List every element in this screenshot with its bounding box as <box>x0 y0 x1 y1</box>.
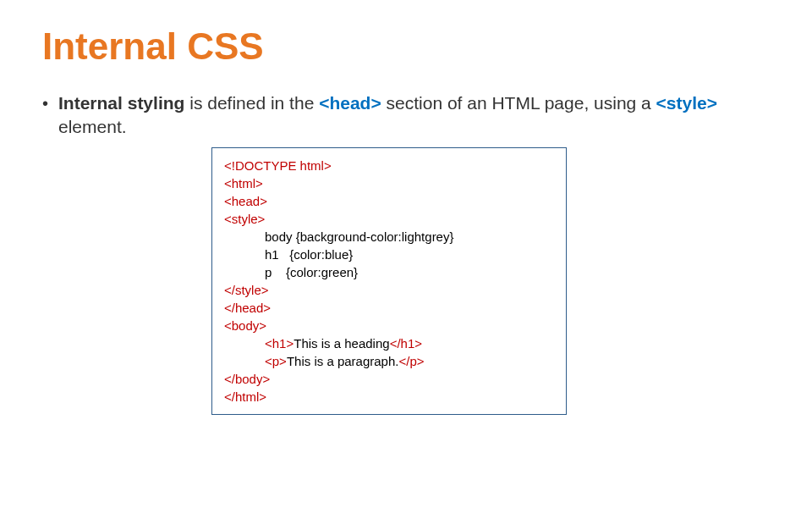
bullet-text: Internal styling is defined in the <head… <box>58 91 770 139</box>
code-line: <h1>This is a heading</h1> <box>224 334 554 352</box>
code-tag: </p> <box>398 354 424 368</box>
code-tag: </h1> <box>390 336 422 351</box>
bullet-item: • Internal styling is defined in the <he… <box>42 91 770 139</box>
bullet-dot-icon: • <box>42 91 48 115</box>
bullet-part3: section of an HTML page, using a <box>381 93 656 113</box>
code-line: <html> <box>224 174 554 192</box>
code-line: <head> <box>224 192 554 210</box>
code-line: h1 {color:blue} <box>224 246 554 263</box>
bullet-part2: is defined in the <box>184 93 319 113</box>
code-line: <style> <box>224 210 554 228</box>
code-text: This is a paragraph. <box>287 354 399 368</box>
bullet-part4: element. <box>58 117 127 136</box>
code-example-box: <!DOCTYPE html> <html> <head> <style> bo… <box>211 147 567 415</box>
code-line: <!DOCTYPE html> <box>224 157 554 174</box>
code-line: </style> <box>224 281 554 299</box>
style-tag: <style> <box>656 93 717 113</box>
bullet-bold: Internal styling <box>58 93 184 113</box>
code-tag: <h1> <box>265 336 294 351</box>
code-line: <p>This is a paragraph.</p> <box>224 352 554 370</box>
slide-title: Internal CSS <box>42 25 770 68</box>
code-line: </html> <box>224 388 554 406</box>
code-line: </head> <box>224 299 554 317</box>
code-line: <body> <box>224 317 554 334</box>
code-line: </body> <box>224 370 554 388</box>
head-tag: <head> <box>319 93 381 113</box>
code-line: p {color:green} <box>224 263 554 281</box>
code-tag: <p> <box>265 354 287 368</box>
code-text: This is a heading <box>294 336 389 351</box>
code-line: body {background-color:lightgrey} <box>224 228 554 246</box>
